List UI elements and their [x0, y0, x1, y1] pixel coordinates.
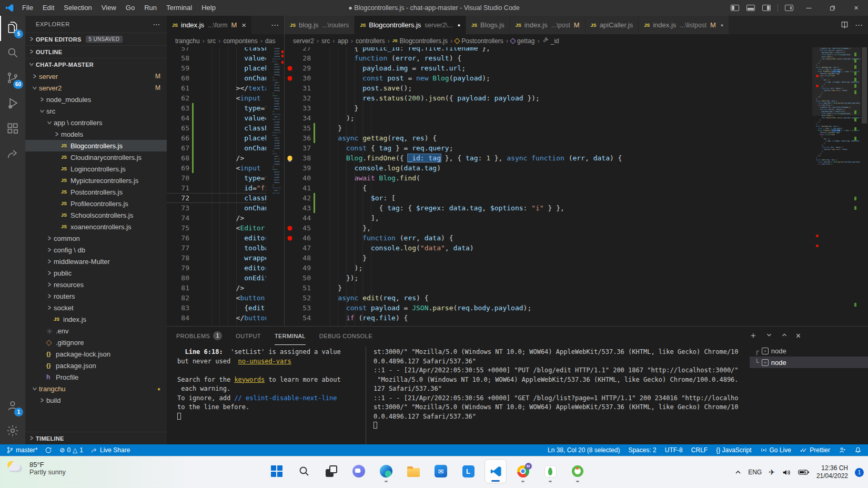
breadcrumb-controllers[interactable]: controllers: [356, 37, 385, 45]
close-tab-icon[interactable]: ×: [241, 21, 246, 29]
new-terminal-button[interactable]: ＋: [749, 330, 758, 341]
breadcrumb-app[interactable]: app: [338, 37, 348, 45]
code-line-37[interactable]: 37 const { tag } = req.query;: [285, 143, 868, 153]
tab-blog-js-routers[interactable]: JSblog.js...\routers: [285, 16, 355, 34]
tree-item-profilecontrollers-js[interactable]: JSProfilecontrollers.js: [25, 198, 167, 209]
gutter-decorations[interactable]: [285, 223, 295, 233]
menu-selection[interactable]: Selection: [59, 0, 96, 16]
code-line-35[interactable]: 35 }: [285, 123, 868, 133]
section-project[interactable]: > CHAT-APP-MASTER: [25, 58, 167, 70]
tree-item-blogcontrollers-js[interactable]: JSBlogcontrollers.js: [25, 140, 167, 151]
breadcrumb-blogcontrollers-js[interactable]: JSBlogcontrollers.js: [392, 37, 448, 45]
tab-index-js-listpost[interactable]: JSindex.js...\listpostM●: [639, 16, 729, 34]
weather-widget[interactable]: 85°F Partly sunny: [6, 460, 66, 476]
tree-item-server2[interactable]: >server2M: [25, 82, 167, 94]
breadcrumb-id[interactable]: _id: [542, 37, 559, 45]
code-line-38[interactable]: 38 Blog.findOne({ _id: tag }, { tag: 1 }…: [285, 153, 868, 163]
taskbar-chrome-button[interactable]: H: [512, 459, 534, 483]
branch-status[interactable]: master*: [6, 446, 37, 454]
code-line-42[interactable]: 42 $or: [: [285, 193, 868, 203]
menu-help[interactable]: Help: [197, 0, 220, 16]
code-line-30[interactable]: 30 const post = new Blog(payload);: [285, 73, 868, 83]
indentation-status[interactable]: Spaces: 2: [628, 446, 656, 454]
activity-run-debug[interactable]: [0, 92, 25, 117]
code-line-34[interactable]: 34 );: [285, 113, 868, 123]
notification-badge[interactable]: 1: [855, 468, 864, 477]
tree-item-mypicturecontrollers-js[interactable]: JSMypicturecontrollers.js: [25, 175, 167, 186]
section-open-editors[interactable]: > OPEN EDITORS 5 UNSAVED: [25, 33, 167, 45]
taskbar-edge-button[interactable]: [375, 459, 397, 483]
toggle-sidebar-icon[interactable]: [731, 5, 739, 11]
gutter-decorations[interactable]: [285, 63, 295, 73]
minimap[interactable]: { public_id: req.file.filename }, functi…: [812, 47, 861, 326]
menu-go[interactable]: Go: [121, 0, 139, 16]
code-line-29[interactable]: 29 payload.img = result.url;: [285, 63, 868, 73]
code-editor[interactable]: 27 { public_id: req.file.filename },28 f…: [285, 47, 868, 326]
breadcrumb-postcontrollers[interactable]: Postcontrollers: [455, 37, 503, 45]
breakpoint-icon[interactable]: [288, 76, 292, 80]
minimap[interactable]: classNa value={ placeho onChang ></texta…: [266, 47, 284, 326]
code-line-47[interactable]: 47 console.log("data", data): [285, 243, 868, 253]
activity-source-control[interactable]: 60: [0, 66, 25, 92]
terminal-output-left[interactable]: Line 6:18: 'setList' is assigned a value…: [177, 348, 366, 441]
menu-view[interactable]: View: [97, 0, 121, 16]
toggle-panel-icon[interactable]: [746, 5, 755, 11]
tab-index-js-post[interactable]: JSindex.js...\postM: [510, 16, 586, 34]
tree-item-trangchu[interactable]: >trangchu●: [25, 383, 167, 394]
tree-item-config-db[interactable]: >config \ db: [25, 244, 167, 256]
menu-run[interactable]: Run: [139, 0, 162, 16]
activity-accounts[interactable]: 1: [0, 394, 25, 419]
tree-item-procfile[interactable]: hProcfile: [25, 371, 167, 383]
explorer-more-icon[interactable]: ⋯: [153, 20, 160, 28]
taskbar-file-explorer-button[interactable]: [402, 459, 425, 483]
tree-item-socket[interactable]: >socket: [25, 302, 167, 313]
breadcrumb-das[interactable]: das: [265, 37, 275, 45]
tab-index-js-form[interactable]: JSindex.js...\formM×: [167, 16, 252, 34]
breadcrumb-compontens[interactable]: compontens: [223, 37, 257, 45]
activity-live-share[interactable]: [0, 142, 25, 167]
code-line-27[interactable]: 27 { public_id: req.file.filename },: [285, 47, 868, 53]
code-line-48[interactable]: 48 }: [285, 253, 868, 263]
panel-tab-terminal[interactable]: TERMINAL: [275, 327, 306, 345]
feedback-person-icon[interactable]: [839, 446, 846, 454]
activity-search[interactable]: [0, 41, 25, 66]
code-line-41[interactable]: 41 {: [285, 183, 868, 193]
code-line-51[interactable]: 51 }: [285, 283, 868, 293]
close-panel-button[interactable]: ×: [796, 331, 801, 341]
language-status[interactable]: {} JavaScript: [716, 446, 751, 454]
lightbulb-icon[interactable]: [288, 156, 292, 160]
encoding-status[interactable]: UTF-8: [665, 446, 683, 454]
breadcrumb-src[interactable]: src: [207, 37, 216, 45]
eol-status[interactable]: CRLF: [691, 446, 708, 454]
live-share-status[interactable]: Live Share: [90, 446, 130, 454]
gutter-decorations[interactable]: [285, 73, 295, 83]
taskbar-l-app-button[interactable]: L: [457, 459, 479, 483]
tree-item-public[interactable]: >public: [25, 267, 167, 279]
more-actions-icon[interactable]: ⋯: [271, 21, 279, 30]
terminal-output-right[interactable]: st:3000/" "Mozilla/5.0 (Windows NT 10.0;…: [374, 348, 748, 441]
section-timeline[interactable]: > TIMELINE: [25, 432, 167, 444]
tree-item-logincontrollers-js[interactable]: JSLogincontrollers.js: [25, 163, 167, 175]
code-line-36[interactable]: 36 async gettag(req, res) {: [285, 133, 868, 143]
activity-extensions[interactable]: [0, 117, 25, 142]
menu-edit[interactable]: Edit: [38, 0, 59, 16]
tree-item-cloudinarycontrollers-js[interactable]: JSCloudinarycontrollers.js: [25, 151, 167, 163]
tree-item-models[interactable]: >models: [25, 128, 167, 140]
breakpoint-icon[interactable]: [288, 236, 292, 240]
tab-apicaller-js[interactable]: JSapiCaller.js: [586, 16, 639, 34]
tray-battery-icon[interactable]: [798, 469, 810, 476]
code-line-43[interactable]: 43 { tag: { $regex: data.tag, $options: …: [285, 203, 868, 213]
code-line-32[interactable]: 32 res.status(200).json({ payload: paylo…: [285, 93, 868, 103]
taskbar-task-view-button[interactable]: [320, 459, 342, 483]
code-line-53[interactable]: 53 const payload = JSON.parse(req.body.p…: [285, 303, 868, 313]
code-line-31[interactable]: 31 post.save();: [285, 83, 868, 93]
taskbar-start-button[interactable]: [266, 459, 288, 483]
toggle-secondary-sidebar-icon[interactable]: [762, 5, 771, 11]
tray-airplane-icon[interactable]: ✈: [769, 468, 775, 476]
taskbar-search-button[interactable]: [293, 459, 315, 483]
sync-button[interactable]: [45, 446, 52, 454]
tree-item-schoolscontrollers-js[interactable]: JSSchoolscontrollers.js: [25, 209, 167, 221]
code-line-40[interactable]: 40 await Blog.find(: [285, 173, 868, 183]
menu-file[interactable]: File: [17, 0, 38, 16]
tree-item-gitignore[interactable]: .gitignore: [25, 337, 167, 348]
